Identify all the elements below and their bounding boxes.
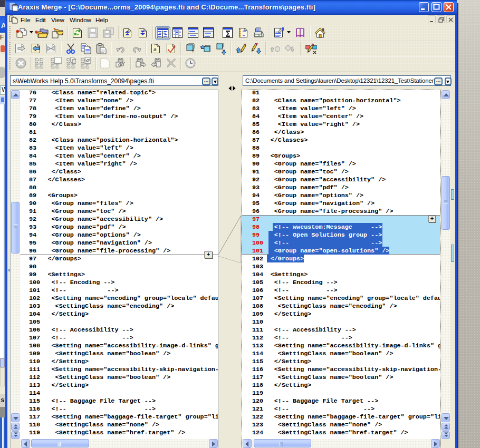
svg-text:±: ± bbox=[191, 48, 195, 54]
svg-text:a: a bbox=[153, 45, 157, 53]
